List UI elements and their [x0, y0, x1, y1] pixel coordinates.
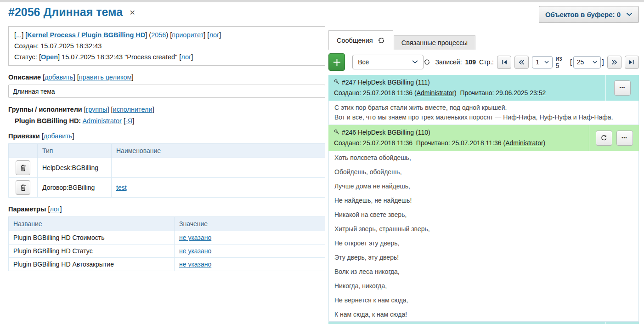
process-info-box: ... Kernel Process / Plugin BGBilling HD…	[8, 26, 325, 66]
tab-messages[interactable]: Сообщения	[328, 30, 393, 50]
first-page-button[interactable]	[497, 56, 511, 69]
message-item: #246 HelpDesk BGBilling (110) Создано: 2…	[328, 125, 639, 322]
message-header: #246 HelpDesk BGBilling (110) Создано: 2…	[328, 125, 639, 151]
read-value: 25.07.2018 11:36	[452, 139, 502, 147]
page-size-value: 25	[577, 58, 584, 66]
add-message-button[interactable]	[328, 53, 345, 71]
read-label: Прочитано:	[460, 89, 494, 97]
status-text: 15.07.2025 18:32:43 "Process created"	[62, 53, 177, 61]
status-label: Статус:	[14, 53, 37, 61]
ellipsis-icon: •••	[621, 136, 627, 140]
refresh-icon[interactable]	[378, 37, 385, 44]
next-message-divider	[605, 322, 606, 324]
read-label: Прочитано:	[416, 139, 450, 147]
table-row: Plugin BGBilling HD Автозакрытие не указ…	[9, 258, 325, 271]
prev-page-button[interactable]	[514, 56, 529, 69]
tab-related-label: Связанные процессы	[401, 39, 468, 46]
executor-row: Plugin BGBilling HD: Administrator -Я	[8, 117, 325, 125]
message-item: #247 HelpDesk BGBilling (111) Создано: 2…	[328, 75, 639, 125]
message-body: С этих пор братья стали жить вместе, под…	[328, 101, 639, 125]
process-id-link[interactable]: 2056	[151, 31, 166, 39]
bindings-label: Привязки	[8, 132, 40, 140]
groups-heading: Группы / исполнители группы исполнители	[8, 106, 325, 113]
message-meta-line: Создано: 25.07.2018 11:36 Прочитано: 25.…	[334, 138, 583, 148]
ellipsis-icon: •••	[620, 85, 625, 90]
current-page-select[interactable]: 1	[532, 56, 552, 68]
param-name: Plugin BGBilling HD Автозакрытие	[9, 258, 175, 271]
page-title: #2056 Длинная тема	[8, 6, 123, 19]
pages-label: Стр.:	[479, 58, 494, 66]
read-value: 29.06.2025 23:52	[496, 89, 546, 97]
priority-link[interactable]: приоритет	[172, 31, 203, 39]
binding-name	[112, 158, 325, 178]
last-page-icon	[629, 60, 634, 65]
remove-me-link[interactable]: -Я	[125, 117, 132, 125]
executor-user-link[interactable]: Administrator	[82, 117, 121, 125]
chevron-down-icon	[626, 12, 633, 17]
message-meta-line: Создано: 25.07.2018 11:36 Administrator …	[334, 88, 600, 98]
process-panel: #2056 Длинная тема × ... Kernel Process …	[8, 6, 325, 271]
status-open-link[interactable]: Open	[41, 53, 58, 61]
tab-related-processes[interactable]: Связанные процессы	[394, 35, 475, 50]
more-link[interactable]: ...	[16, 31, 22, 39]
next-message-header-partial	[328, 322, 639, 324]
message-actions: •••	[589, 125, 639, 151]
bindings-add-link[interactable]: добавить	[44, 132, 73, 140]
delete-binding-button[interactable]	[16, 180, 30, 195]
created-label: Создано:	[334, 89, 361, 97]
status-log-link[interactable]: лог	[181, 53, 191, 61]
records-label: Записей:	[435, 58, 462, 66]
status-line: Статус: Open 15.07.2025 18:32:43 "Proces…	[14, 51, 319, 63]
params-log-link[interactable]: лог	[50, 205, 60, 213]
buffer-objects-button[interactable]: Объектов в буфере: 0	[539, 6, 639, 23]
executor-group-name: Plugin BGBilling HD:	[15, 117, 81, 125]
author-link[interactable]: Administrator	[417, 89, 454, 97]
first-page-icon	[502, 60, 507, 65]
bindings-name-header: Наименование	[112, 144, 325, 158]
page-size-select[interactable]: 25	[573, 56, 601, 68]
message-title: #247 HelpDesk BGBilling (111)	[342, 79, 430, 86]
binding-name-link[interactable]: test	[116, 184, 127, 191]
close-icon[interactable]: ×	[130, 7, 135, 17]
description-input[interactable]	[8, 85, 325, 98]
message-title-line: #247 HelpDesk BGBilling (111)	[334, 77, 600, 88]
table-row: Plugin BGBilling HD Стоимость не указано	[9, 231, 325, 244]
message-header: #247 HelpDesk BGBilling (111) Создано: 2…	[328, 75, 639, 101]
last-page-button[interactable]	[625, 56, 639, 69]
message-menu-button[interactable]: •••	[614, 80, 631, 96]
params-name-header: Название	[9, 217, 175, 231]
reply-button[interactable]	[596, 131, 612, 146]
log-link[interactable]: лог	[209, 31, 219, 39]
description-add-link[interactable]: добавить	[45, 74, 73, 81]
author-link[interactable]: Administrator	[505, 139, 543, 147]
description-label: Описание	[8, 74, 41, 81]
chevron-down-icon	[544, 61, 549, 64]
description-edit-link[interactable]: править целиком	[79, 74, 132, 81]
pin-icon	[334, 79, 340, 85]
param-value-link[interactable]: не указано	[179, 247, 211, 255]
param-value-link[interactable]: не указано	[179, 261, 211, 268]
table-row: Договор:BGBilling test	[9, 178, 325, 198]
tab-messages-label: Сообщения	[337, 37, 373, 44]
binding-type: HelpDesk:BGBilling	[38, 158, 112, 178]
param-value-link[interactable]: не указано	[179, 234, 211, 241]
created-value: 25.07.2018 11:36	[363, 139, 412, 147]
top-window-strip	[0, 0, 644, 2]
message-header-text: #246 HelpDesk BGBilling (110) Создано: 2…	[328, 125, 589, 151]
next-page-button[interactable]	[607, 56, 621, 69]
message-body: Хоть полсвета обойдешь, Обойдешь, обойде…	[328, 151, 639, 322]
delete-binding-button[interactable]	[16, 160, 30, 175]
process-type-link[interactable]: Kernel Process / Plugin BGBilling HD	[27, 31, 145, 39]
message-filter-select[interactable]: Всё	[352, 55, 424, 69]
plus-icon	[333, 58, 341, 66]
reply-arrow-icon	[600, 135, 607, 142]
message-menu-button[interactable]: •••	[616, 131, 633, 146]
records-count: 109	[465, 58, 476, 66]
tab-bar: Сообщения Связанные процессы	[328, 30, 639, 50]
refresh-icon[interactable]	[424, 58, 430, 66]
message-header-text: #247 HelpDesk BGBilling (111) Создано: 2…	[328, 75, 605, 101]
groups-link[interactable]: группы	[86, 106, 107, 113]
bindings-actions-header	[9, 144, 38, 158]
created-line: Создан: 15.07.2025 18:32:43	[14, 40, 319, 51]
executors-link[interactable]: исполнители	[113, 106, 153, 113]
